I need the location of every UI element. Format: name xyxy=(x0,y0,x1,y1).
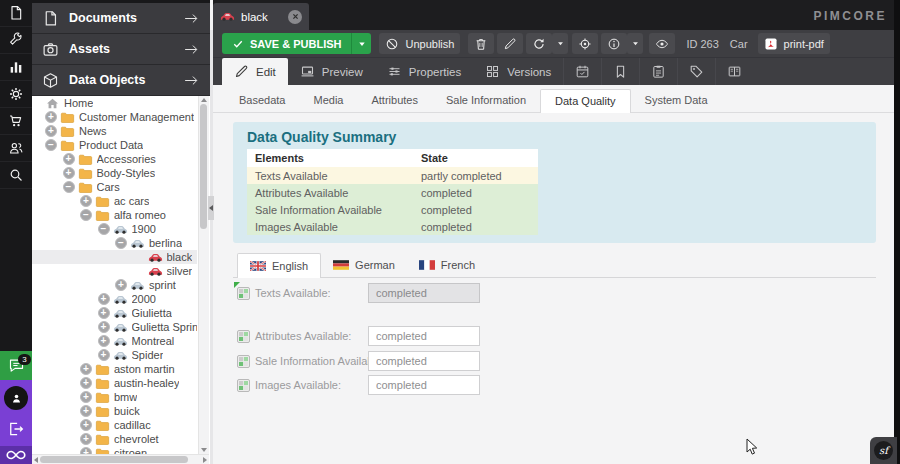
expand-plus-icon[interactable]: + xyxy=(80,419,92,431)
field-input-images-available[interactable] xyxy=(368,375,480,395)
preview-eye-button[interactable] xyxy=(649,33,675,54)
tree-item-home[interactable]: Home xyxy=(32,96,197,110)
expand-plus-icon[interactable]: + xyxy=(98,307,110,319)
tab-tag[interactable] xyxy=(677,58,715,85)
tab-properties[interactable]: Properties xyxy=(375,58,473,85)
logout-icon[interactable] xyxy=(7,420,25,438)
tree-horizontal-scrollbar[interactable] xyxy=(32,454,209,464)
info-options-dropdown[interactable] xyxy=(627,33,643,54)
language-tab-english[interactable]: English xyxy=(237,253,321,278)
expand-plus-icon[interactable]: + xyxy=(63,167,75,179)
reload-button[interactable] xyxy=(526,33,552,54)
panel-splitter[interactable] xyxy=(210,30,213,464)
profiler-badge[interactable]: sf xyxy=(870,437,897,464)
nav-tools-button[interactable] xyxy=(0,27,32,54)
collapse-minus-icon[interactable]: − xyxy=(63,181,75,193)
tab-object-black[interactable]: black xyxy=(213,3,309,30)
tab-edit[interactable]: Edit xyxy=(222,58,288,85)
nav-ecommerce-button[interactable] xyxy=(0,108,32,135)
tree-item-silver[interactable]: silver xyxy=(32,264,197,278)
tree-item-chevrolet[interactable]: +chevrolet xyxy=(32,432,197,446)
nav-settings-button[interactable] xyxy=(0,81,32,108)
tree-item-cadillac[interactable]: +cadillac xyxy=(32,418,197,432)
expand-plus-icon[interactable]: + xyxy=(98,349,110,361)
language-tab-french[interactable]: French xyxy=(407,253,487,277)
collapse-minus-icon[interactable]: − xyxy=(98,223,110,235)
tree-item-black[interactable]: black xyxy=(32,250,197,264)
tree-item-austin-healey[interactable]: +austin-healey xyxy=(32,376,197,390)
scroll-left-icon[interactable] xyxy=(34,457,38,463)
scrollbar-thumb[interactable] xyxy=(40,456,188,463)
expand-plus-icon[interactable]: + xyxy=(80,433,92,445)
tree-item-berlina[interactable]: −berlina xyxy=(32,236,197,250)
expand-plus-icon[interactable]: + xyxy=(45,125,57,137)
expand-plus-icon[interactable]: + xyxy=(80,447,92,454)
tab-schedule[interactable] xyxy=(563,58,601,85)
tab-versions[interactable]: Versions xyxy=(473,58,563,85)
reload-options-dropdown[interactable] xyxy=(552,33,568,54)
tab-bookmark[interactable] xyxy=(601,58,639,85)
sidebar-section-data-objects[interactable]: Data Objects xyxy=(32,65,210,96)
subtab-sale-information[interactable]: Sale Information xyxy=(432,89,540,112)
save-publish-button[interactable]: SAVE & PUBLISH xyxy=(222,33,371,54)
rename-button[interactable] xyxy=(497,33,523,54)
tab-workflow[interactable] xyxy=(715,58,753,85)
subtab-media[interactable]: Media xyxy=(299,89,357,112)
scroll-down-icon[interactable] xyxy=(201,448,207,452)
tree-item-gulietta-sprint-specia[interactable]: +Gulietta Sprint Specia xyxy=(32,320,197,334)
tree-item-spider[interactable]: +Spider xyxy=(32,348,197,362)
collapse-minus-icon[interactable]: − xyxy=(45,139,57,151)
expand-plus-icon[interactable]: + xyxy=(80,195,92,207)
scroll-up-icon[interactable] xyxy=(201,98,207,102)
tree-item-bmw[interactable]: +bmw xyxy=(32,390,197,404)
scrollbar-thumb[interactable] xyxy=(200,104,207,229)
tree-item-1900[interactable]: −1900 xyxy=(32,222,197,236)
expand-plus-icon[interactable]: + xyxy=(115,279,127,291)
tree-item-aston-martin[interactable]: +aston martin xyxy=(32,362,197,376)
expand-plus-icon[interactable]: + xyxy=(80,391,92,403)
nav-documents-button[interactable] xyxy=(0,0,32,27)
tree-item-citroen[interactable]: +citroen xyxy=(32,446,197,454)
field-input-texts-available[interactable] xyxy=(368,283,480,303)
expand-plus-icon[interactable]: + xyxy=(63,153,75,165)
tree-item-ac-cars[interactable]: +ac cars xyxy=(32,194,197,208)
tree-item-sprint[interactable]: +sprint xyxy=(32,278,197,292)
tree-item-montreal[interactable]: +Montreal xyxy=(32,334,197,348)
notifications-button[interactable]: 3 xyxy=(0,351,32,380)
expand-plus-icon[interactable]: + xyxy=(45,111,57,123)
tab-notes[interactable] xyxy=(639,58,677,85)
nav-customers-button[interactable] xyxy=(0,135,32,162)
tree-item-cars[interactable]: −Cars xyxy=(32,180,197,194)
nav-search-button[interactable] xyxy=(0,162,32,189)
locate-in-tree-button[interactable] xyxy=(572,33,598,54)
unpublish-button[interactable]: Unpublish xyxy=(379,33,460,54)
collapse-minus-icon[interactable]: − xyxy=(115,237,127,249)
expand-plus-icon[interactable]: + xyxy=(80,377,92,389)
tree-item-accessories[interactable]: +Accessories xyxy=(32,152,197,166)
tree-item-news[interactable]: +News xyxy=(32,124,197,138)
info-button[interactable] xyxy=(601,33,627,54)
expand-plus-icon[interactable]: + xyxy=(98,293,110,305)
collapse-sidebar-handle[interactable] xyxy=(208,196,214,220)
subtab-data-quality[interactable]: Data Quality xyxy=(540,89,631,113)
nav-reports-button[interactable] xyxy=(0,54,32,81)
scroll-right-icon[interactable] xyxy=(203,457,207,463)
field-input-sale-information-available[interactable] xyxy=(368,351,480,371)
subtab-basedata[interactable]: Basedata xyxy=(225,89,299,112)
tree-item-buick[interactable]: +buick xyxy=(32,404,197,418)
expand-plus-icon[interactable]: + xyxy=(98,321,110,333)
language-tab-german[interactable]: German xyxy=(321,253,407,277)
subtab-attributes[interactable]: Attributes xyxy=(357,89,431,112)
print-pdf-button[interactable]: print-pdf xyxy=(758,33,830,54)
sidebar-section-assets[interactable]: Assets xyxy=(32,34,210,65)
tree-vertical-scrollbar[interactable] xyxy=(198,96,209,454)
expand-plus-icon[interactable]: + xyxy=(80,363,92,375)
subtab-system-data[interactable]: System Data xyxy=(631,89,722,112)
sidebar-section-documents[interactable]: Documents xyxy=(32,3,210,34)
tree-item-customer-management[interactable]: +Customer Management xyxy=(32,110,197,124)
tree-item-body-styles[interactable]: +Body-Styles xyxy=(32,166,197,180)
collapse-minus-icon[interactable]: − xyxy=(80,209,92,221)
tree-item-alfa-romeo[interactable]: −alfa romeo xyxy=(32,208,197,222)
tree-item-product-data[interactable]: −Product Data xyxy=(32,138,197,152)
user-avatar[interactable] xyxy=(4,386,28,410)
